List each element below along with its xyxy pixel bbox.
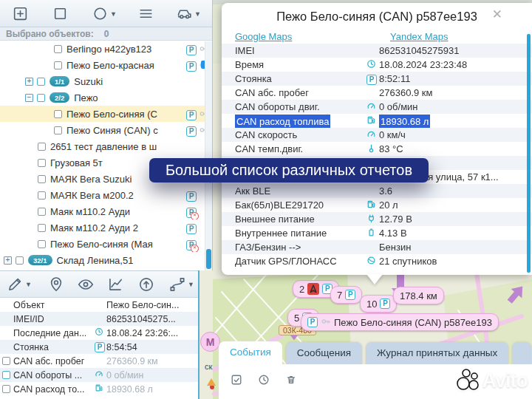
unit-checkbox[interactable]	[37, 94, 45, 102]
tab-content-panel: Avito	[219, 364, 532, 399]
selected-objects-header: Выбрано объектов: 0	[0, 27, 212, 41]
unit-checkbox[interactable]	[38, 143, 46, 151]
circle-tool-icon[interactable]: ▼	[92, 5, 117, 22]
unit-label: Suzuki	[74, 76, 103, 87]
info-value: 276360.9 км	[106, 356, 158, 366]
info-row: ОбъектПежо Бело-син...	[0, 298, 198, 312]
watermark-text: Avito	[482, 369, 528, 392]
popup-row: CAN обороты двиг.0 об/мин	[222, 100, 532, 114]
parking-icon[interactable]: P	[186, 126, 197, 137]
unit-list-panel: ▼▼ Выбрано объектов: 0 Berlingo н422ув12…	[0, 0, 213, 270]
popup-row-value: 20 л	[379, 200, 398, 211]
parking-icon: P	[345, 290, 355, 300]
fuel-icon	[95, 383, 103, 392]
unit-checkbox[interactable]	[38, 191, 46, 200]
watermark: Avito	[457, 369, 528, 392]
tree-unit-row[interactable]: 2651 тест давление в ш	[0, 138, 212, 154]
popup-row: Внешнее питание12.79 В	[222, 212, 532, 226]
tab-Журнал принятых данных[interactable]: Журнал принятых данных	[366, 342, 508, 365]
popup-row-value: 276360.9 км	[379, 87, 432, 98]
unit-checkbox[interactable]	[54, 45, 62, 53]
tree-scrollbar[interactable]	[205, 41, 212, 270]
bubble-text: Пежо Бело-синяя (CAN) р587ее193	[334, 317, 492, 328]
tab-Сообщения[interactable]: Сообщения	[286, 342, 362, 365]
gauge-icon	[95, 369, 103, 378]
parking-icon[interactable]: P	[186, 45, 197, 55]
close-icon[interactable]: ✕	[492, 8, 502, 21]
parking-icon[interactable]: P	[186, 191, 197, 202]
popup-row: Акк BLE3.6	[222, 184, 532, 198]
popup-scrollbar[interactable]	[527, 34, 531, 273]
sensor-checkbox[interactable]	[2, 371, 10, 379]
list-view-icon[interactable]	[137, 5, 154, 22]
tree-unit-row[interactable]: +1/1Suzuki	[0, 73, 212, 89]
add-unit-icon[interactable]	[12, 5, 29, 22]
parking-icon[interactable]: P	[186, 61, 197, 72]
unit-info-panel: ▼▼ ОбъектПежо Бело-син...IMEI/ID86253104…	[0, 270, 200, 399]
unit-checkbox[interactable]	[16, 256, 24, 265]
unit-checkbox[interactable]	[38, 240, 46, 248]
sensor-checkbox[interactable]	[2, 357, 10, 365]
parking-icon-error[interactable]: P	[186, 240, 197, 250]
info-row: IMEI/ID862531045275...	[0, 312, 198, 326]
tree-scrollbar-thumb[interactable]	[206, 249, 211, 269]
clock-icon	[366, 59, 376, 69]
satellite-icon	[366, 256, 376, 265]
map-unit-bubble[interactable]: 10P	[360, 295, 397, 313]
tree-unit-row[interactable]: Пежо Бело-синяя (МаяP	[0, 236, 212, 252]
unit-checkbox[interactable]	[54, 110, 62, 118]
tab-События[interactable]: События	[219, 341, 282, 365]
tree-unit-row[interactable]: Berlingo н422ув123P	[0, 41, 212, 57]
tree-unit-row[interactable]: Пежо Бело-краснаяP	[0, 57, 212, 73]
tree-unit-row[interactable]: Пежо Бело-синяя (СP	[0, 106, 212, 122]
tree-unit-row[interactable]: Пежо Синяя (CAN) сP	[0, 122, 212, 138]
convoy-icon[interactable]: ▼	[176, 5, 201, 22]
popup-row-label: Бак(65л)BLE291720	[235, 200, 366, 211]
unit-checkbox[interactable]	[38, 208, 46, 216]
info-label: Стоянка	[13, 342, 95, 352]
popup-row: Бак(65л)BLE29172020 л	[222, 198, 532, 212]
sensor-checkbox[interactable]	[2, 385, 10, 393]
tree-unit-row[interactable]: МАЯК Вега м200.2P	[0, 187, 212, 203]
edit-icon[interactable]: ▼	[6, 276, 32, 293]
unit-checkbox[interactable]	[38, 175, 46, 183]
route-icon[interactable]: ▼	[168, 276, 194, 293]
popup-row: IMEI862531045275931	[222, 44, 532, 58]
time-icon[interactable]	[258, 374, 270, 386]
select-all-icon[interactable]	[231, 374, 242, 386]
tree-unit-row[interactable]: Маяк м110.2 Ауди 2P	[0, 219, 212, 236]
tree-unit-row[interactable]: Маяк м110.2 АудиP	[0, 203, 212, 219]
info-value: 8:54:54	[106, 342, 137, 352]
parking-icon-error[interactable]: P	[186, 208, 197, 218]
tree-unit-row[interactable]: −2/2Пежо	[0, 89, 212, 106]
map-unit-bubble[interactable]: PПежо Бело-синяя (CAN) р587ее193	[301, 313, 499, 331]
plug-icon	[366, 214, 376, 223]
unit-checkbox[interactable]	[54, 61, 62, 69]
location-pin-icon[interactable]	[47, 276, 65, 293]
info-value: 18.08.24 23:26:...	[106, 328, 178, 338]
expand-icon[interactable]: +	[4, 256, 12, 265]
tab-partial[interactable]	[512, 342, 531, 365]
unit-checkbox[interactable]	[38, 224, 46, 232]
delete-icon[interactable]	[285, 374, 297, 386]
map-unit-bubble[interactable]: 7P	[330, 286, 362, 304]
unit-checkbox[interactable]	[54, 126, 62, 134]
map-unit-bubble[interactable]: 178.4 км	[393, 287, 444, 304]
yandex-maps-link[interactable]: Yandex Maps	[390, 31, 449, 42]
export-icon[interactable]	[137, 276, 155, 293]
collapse-icon[interactable]: −	[25, 94, 33, 102]
geofence-icon[interactable]	[52, 5, 69, 22]
tree-unit-row[interactable]: +32/1Склад Ленина,51	[0, 252, 212, 268]
google-maps-link[interactable]: Google Maps	[235, 31, 292, 42]
parking-icon[interactable]: P	[186, 110, 197, 120]
unit-checkbox[interactable]	[38, 159, 46, 167]
chart-icon[interactable]	[106, 276, 124, 293]
parking-icon: P	[366, 75, 377, 85]
parking-icon[interactable]: P	[186, 224, 197, 234]
chevron-down-icon: ▼	[188, 281, 194, 288]
eye-icon[interactable]	[77, 276, 95, 293]
map-poi-m: М	[200, 332, 220, 352]
unit-list-toolbar: ▼▼	[0, 0, 212, 27]
unit-checkbox[interactable]	[37, 78, 45, 86]
expand-icon[interactable]: +	[25, 78, 33, 86]
